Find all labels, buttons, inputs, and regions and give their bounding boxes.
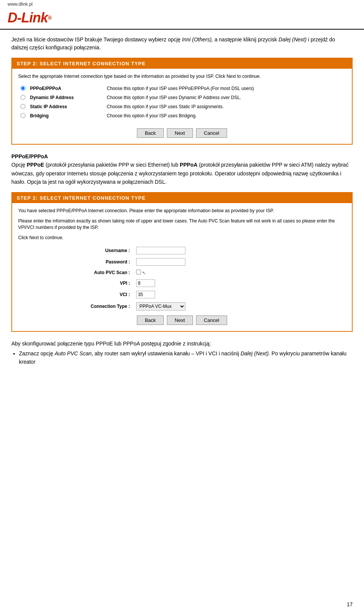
page-url: www.dlink.pl (0, 0, 364, 7)
step1-back-button[interactable]: Back (137, 128, 164, 138)
option-label-static: Static IP Address (28, 102, 105, 112)
option-row-dynamic: Dynamic IP Address Choose this option if… (18, 93, 346, 102)
step-box-1-content: Select the appropriate Internet connecti… (12, 69, 352, 144)
option-label-dynamic: Dynamic IP Address (28, 93, 105, 102)
form-table: Username : Password : Auto PVC Scan : (84, 245, 280, 312)
step2-next-button[interactable]: Next (167, 315, 193, 325)
option-desc-pppoe: Choose this option if your ISP uses PPPo… (105, 84, 346, 93)
step1-button-row: Back Next Cancel (18, 125, 346, 139)
username-input[interactable] (136, 247, 185, 254)
option-desc-dynamic: Choose this option if your ISP uses Dyna… (105, 93, 346, 102)
option-desc-static: Choose this option if your ISP uses Stat… (105, 102, 346, 112)
vci-label: VCI : (84, 289, 133, 300)
radio-pppoe[interactable] (20, 86, 25, 91)
radio-cell-pppoe[interactable] (18, 84, 28, 93)
radio-cell-bridging[interactable] (18, 112, 28, 121)
option-label-pppoe: PPPoE/PPPoA (28, 84, 105, 93)
step2-cancel-button[interactable]: Cancel (196, 315, 227, 325)
auto-pvc-checkbox[interactable] (136, 270, 141, 274)
pppoe-section-text: PPPoE/PPPoA Opcję PPPoE (protokół przesy… (11, 152, 353, 186)
step2-back-button[interactable]: Back (137, 315, 164, 325)
logo-registered: ® (48, 15, 51, 21)
connection-type-row: Connection Type : PPPoA VC-Mux PPPoE LLC… (84, 300, 280, 312)
page-number: 17 (347, 601, 353, 607)
step1-cancel-button[interactable]: Cancel (196, 128, 227, 138)
option-row-pppoe: PPPoE/PPPoA Choose this option if your I… (18, 84, 346, 93)
username-row: Username : (84, 245, 280, 256)
logo-d: D-Link (8, 10, 48, 26)
bottom-bullet-1: Zaznacz opcję Auto PVC Scan, aby router … (19, 349, 353, 366)
step-box-1-header: STEP 2: SELECT INTERNET CONNECTION TYPE (12, 58, 352, 69)
vci-input[interactable] (136, 291, 155, 298)
auto-pvc-cell: ↖ (133, 268, 280, 278)
step2-button-row: Back Next Cancel (18, 312, 346, 326)
cursor-indicator: ↖ (142, 270, 146, 276)
option-row-static: Static IP Address Choose this option if … (18, 102, 346, 112)
connection-type-cell: PPPoA VC-Mux PPPoE LLC PPPoA LLC PPPoE V… (133, 300, 280, 312)
vpi-label: VPI : (84, 278, 133, 289)
pppoe-heading: PPPoE/PPPoA (11, 153, 48, 159)
step-box-2-content: You have selected PPPoE/PPPoA Internet c… (12, 203, 352, 331)
step1-next-button[interactable]: Next (167, 128, 193, 138)
step2-info2: Please enter the information exactly as … (18, 218, 346, 231)
vpi-row: VPI : (84, 278, 280, 289)
connection-options-table: PPPoE/PPPoA Choose this option if your I… (18, 84, 346, 121)
vci-row: VCI : (84, 289, 280, 300)
step-box-1: STEP 2: SELECT INTERNET CONNECTION TYPE … (11, 58, 353, 145)
auto-pvc-row: Auto PVC Scan : ↖ (84, 268, 280, 278)
main-content: Jeżeli na liście dostawców ISP brakuje T… (0, 30, 364, 374)
username-label: Username : (84, 245, 133, 256)
logo-container: D-Link® (0, 7, 364, 30)
connection-type-select[interactable]: PPPoA VC-Mux PPPoE LLC PPPoA LLC PPPoE V… (136, 302, 185, 311)
radio-bridging[interactable] (20, 113, 25, 118)
option-label-bridging: Bridging (28, 112, 105, 121)
radio-cell-dynamic[interactable] (18, 93, 28, 102)
password-row: Password : (84, 256, 280, 268)
password-input[interactable] (136, 258, 185, 266)
password-label: Password : (84, 256, 133, 268)
step2-info3: Click Next to continue. (18, 235, 346, 241)
radio-static[interactable] (20, 104, 25, 109)
bottom-intro: Aby skonfigurować połączenie typu PPPoE … (11, 339, 353, 348)
bottom-bullets: Zaznacz opcję Auto PVC Scan, aby router … (19, 349, 353, 366)
dlink-logo: D-Link® (8, 10, 51, 26)
vpi-input[interactable] (136, 279, 155, 287)
bottom-section: Aby skonfigurować połączenie typu PPPoE … (11, 339, 353, 366)
step-box-2: STEP 2: SELECT INTERNET CONNECTION TYPE … (11, 192, 353, 331)
option-row-bridging: Bridging Choose this option if your ISP … (18, 112, 346, 121)
step-box-2-header: STEP 2: SELECT INTERNET CONNECTION TYPE (12, 193, 352, 203)
auto-pvc-label: Auto PVC Scan : (84, 268, 133, 278)
connection-type-label: Connection Type : (84, 300, 133, 312)
vci-cell (133, 289, 280, 300)
option-desc-bridging: Choose this option if your ISP uses Brid… (105, 112, 346, 121)
step2-info1: You have selected PPPoE/PPPoA Internet c… (18, 208, 346, 214)
username-cell (133, 245, 280, 256)
vpi-cell (133, 278, 280, 289)
password-cell (133, 256, 280, 268)
radio-cell-static[interactable] (18, 102, 28, 112)
intro-paragraph: Jeżeli na liście dostawców ISP brakuje T… (11, 36, 353, 52)
radio-dynamic[interactable] (20, 95, 25, 100)
step1-description: Select the appropriate Internet connecti… (18, 73, 346, 80)
